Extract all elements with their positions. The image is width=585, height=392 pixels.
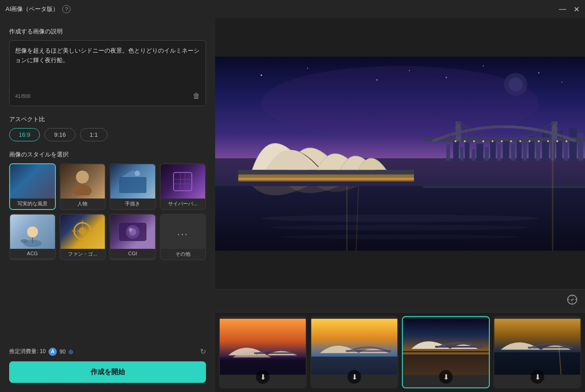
svg-point-62 bbox=[473, 140, 475, 142]
thumbnail-svg-3 bbox=[403, 317, 489, 376]
svg-rect-38 bbox=[536, 140, 540, 161]
clear-button[interactable]: 🗑 bbox=[193, 92, 200, 100]
style-name-cgi: CGI bbox=[110, 249, 155, 258]
style-thumb-cyber bbox=[161, 164, 206, 199]
style-name-landscape: 写実的な風景 bbox=[10, 199, 55, 209]
style-item-cyber[interactable]: サイバーパ... bbox=[160, 163, 206, 210]
main-content: 作成する画像の説明 想像を超えるほど美しいシドニーの夜景。色とりどりのイルミネー… bbox=[0, 18, 585, 392]
aspect-9-16[interactable]: 9:16 bbox=[44, 128, 75, 141]
style-name-fan: ファン・ゴ... bbox=[60, 249, 105, 259]
svg-point-60 bbox=[455, 140, 456, 142]
svg-rect-5 bbox=[173, 172, 192, 191]
svg-point-66 bbox=[510, 140, 512, 142]
svg-point-48 bbox=[280, 235, 520, 239]
style-item-landscape[interactable]: 写実的な風景 bbox=[9, 163, 56, 210]
plus-icon[interactable]: ⊕ bbox=[68, 348, 74, 355]
svg-point-89 bbox=[561, 81, 562, 82]
style-thumb-acg bbox=[10, 215, 55, 249]
style-name-acg: ACG bbox=[10, 249, 55, 258]
generate-button[interactable]: 作成を開始 bbox=[9, 361, 206, 383]
svg-point-87 bbox=[483, 65, 484, 66]
svg-rect-29 bbox=[477, 144, 483, 161]
titlebar-controls: — ✕ bbox=[559, 5, 580, 14]
style-item-fan[interactable]: ファン・ゴ... bbox=[60, 214, 106, 260]
download-button-4[interactable]: ⬇ bbox=[531, 370, 544, 384]
svg-rect-101 bbox=[435, 346, 482, 348]
cyber-svg bbox=[169, 168, 196, 195]
svg-rect-36 bbox=[523, 142, 527, 161]
style-thumb-person bbox=[60, 164, 105, 199]
svg-point-46 bbox=[261, 215, 539, 222]
style-thumb-drawing bbox=[110, 164, 155, 199]
svg-rect-43 bbox=[569, 128, 577, 161]
svg-rect-33 bbox=[503, 139, 509, 161]
svg-rect-27 bbox=[465, 142, 469, 161]
svg-point-69 bbox=[538, 140, 540, 142]
thumbnail-2[interactable]: ⬇ bbox=[310, 316, 398, 388]
svg-point-82 bbox=[260, 75, 262, 76]
svg-rect-75 bbox=[238, 178, 414, 180]
svg-point-1 bbox=[73, 184, 92, 195]
svg-point-13 bbox=[21, 239, 28, 243]
svg-rect-76 bbox=[423, 186, 585, 188]
thumbnail-3[interactable]: ⬇ bbox=[402, 316, 490, 388]
thumbnail-svg-4 bbox=[494, 317, 580, 376]
thumbnail-4[interactable]: ⬇ bbox=[493, 316, 581, 388]
action-icon-button[interactable] bbox=[567, 294, 578, 307]
style-section: 画像のスタイルを選択 写実的な風景 人物 bbox=[9, 150, 206, 260]
style-item-other[interactable]: ... その他 bbox=[160, 214, 206, 260]
cgi-svg bbox=[117, 218, 149, 246]
description-input[interactable]: 想像を超えるほど美しいシドニーの夜景。色とりどりのイルミネーションに輝く夜行船。 bbox=[15, 46, 200, 87]
close-button[interactable]: ✕ bbox=[574, 5, 580, 14]
minimize-button[interactable]: — bbox=[559, 5, 566, 14]
action-bar bbox=[215, 289, 585, 312]
person-svg bbox=[69, 168, 96, 195]
style-thumb-fan bbox=[60, 215, 105, 249]
download-button-1[interactable]: ⬇ bbox=[256, 370, 270, 384]
style-thumb-cgi bbox=[110, 215, 155, 249]
char-count: 41/800 bbox=[15, 93, 31, 99]
refresh-button[interactable]: ↻ bbox=[200, 347, 206, 356]
aspect-label: アスペクト比 bbox=[9, 115, 206, 124]
svg-point-83 bbox=[307, 68, 308, 69]
style-item-cgi[interactable]: CGI bbox=[109, 214, 156, 260]
svg-point-11 bbox=[27, 226, 38, 237]
svg-rect-25 bbox=[453, 140, 459, 161]
svg-point-63 bbox=[482, 140, 484, 142]
svg-rect-2 bbox=[119, 177, 146, 193]
left-panel: 作成する画像の説明 想像を超えるほど美しいシドニーの夜景。色とりどりのイルミネー… bbox=[0, 18, 215, 392]
titlebar-left: AI画像（ベータ版） ? bbox=[5, 5, 70, 13]
svg-point-21 bbox=[129, 228, 132, 231]
panel-footer-section: 推定消費量: 10 A 90 ⊕ ↻ 作成を開始 bbox=[9, 347, 206, 383]
svg-point-67 bbox=[520, 140, 521, 142]
panel-footer: 推定消費量: 10 A 90 ⊕ ↻ bbox=[9, 347, 206, 356]
aspect-16-9[interactable]: 16:9 bbox=[9, 128, 40, 141]
style-label: 画像のスタイルを選択 bbox=[9, 150, 206, 159]
style-name-cyber: サイバーパ... bbox=[161, 199, 206, 209]
drawing-svg bbox=[117, 168, 149, 195]
svg-point-68 bbox=[529, 140, 531, 142]
acg-svg bbox=[19, 216, 46, 248]
svg-point-70 bbox=[547, 140, 549, 142]
fan-svg bbox=[66, 218, 98, 246]
svg-rect-26 bbox=[460, 147, 463, 161]
checkmark-circle-icon bbox=[567, 294, 578, 305]
download-button-2[interactable]: ⬇ bbox=[347, 370, 361, 384]
style-name-other: その他 bbox=[161, 249, 206, 259]
style-item-acg[interactable]: ACG bbox=[9, 214, 56, 260]
style-item-drawing[interactable]: 手描き bbox=[109, 163, 156, 210]
aspect-1-1[interactable]: 1:1 bbox=[80, 128, 108, 141]
aspect-section: アスペクト比 16:9 9:16 1:1 bbox=[9, 115, 206, 141]
titlebar: AI画像（ベータ版） ? — ✕ bbox=[0, 0, 585, 18]
style-name-person: 人物 bbox=[60, 199, 105, 209]
svg-point-71 bbox=[556, 140, 558, 142]
thumbnail-1[interactable]: ⬇ bbox=[219, 316, 307, 388]
style-item-person[interactable]: 人物 bbox=[60, 163, 106, 210]
download-button-3[interactable]: ⬇ bbox=[439, 370, 453, 384]
svg-point-72 bbox=[566, 140, 568, 142]
svg-point-15 bbox=[79, 227, 86, 235]
help-icon[interactable]: ? bbox=[62, 5, 70, 13]
svg-point-88 bbox=[538, 72, 539, 74]
textarea-footer: 41/800 🗑 bbox=[15, 92, 200, 100]
style-grid: 写実的な風景 人物 bbox=[9, 163, 206, 260]
